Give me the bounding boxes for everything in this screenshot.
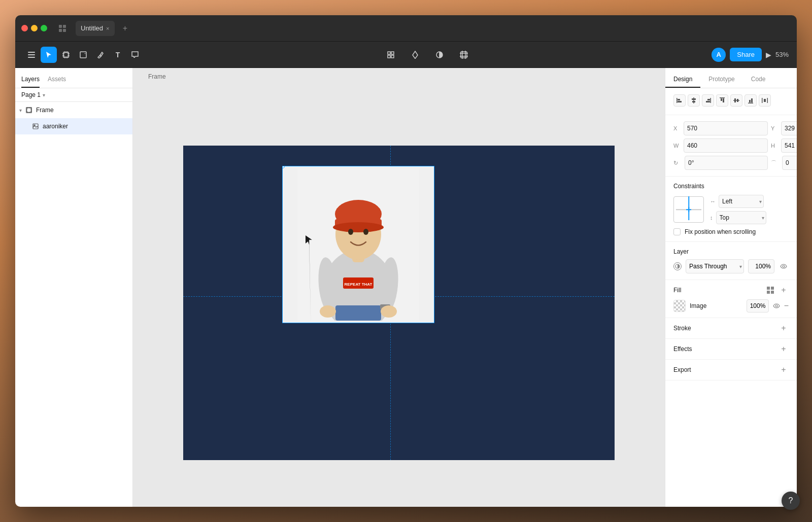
- image-layer-icon: [31, 122, 40, 130]
- fill-title: Fill: [673, 287, 681, 294]
- contrast-button[interactable]: [431, 47, 448, 63]
- handle-tr[interactable]: [434, 166, 434, 168]
- traffic-lights: [21, 25, 47, 31]
- blend-mode-dropdown[interactable]: Pass Through Normal Multiply Screen Over…: [686, 259, 744, 273]
- fill-swatch[interactable]: [673, 300, 686, 312]
- play-button[interactable]: ▶: [766, 51, 771, 59]
- person-illustration: REPEAT THAT: [297, 168, 419, 321]
- distribute-h-button[interactable]: [759, 94, 771, 107]
- opacity-input[interactable]: [748, 259, 774, 273]
- svg-rect-51: [335, 305, 381, 321]
- prototype-tab[interactable]: Prototype: [700, 76, 742, 88]
- panel-tabs: Design Prototype Code: [665, 68, 797, 88]
- close-button[interactable]: [21, 25, 28, 31]
- shape-tool-button[interactable]: [75, 47, 91, 63]
- h-input[interactable]: [781, 138, 797, 153]
- stroke-add-button[interactable]: +: [779, 323, 789, 333]
- export-title: Export: [673, 366, 691, 373]
- active-tab[interactable]: Untitled ×: [76, 21, 115, 36]
- h-label: H: [771, 143, 779, 149]
- stroke-title: Stroke: [673, 325, 691, 332]
- layer-eye-icon[interactable]: 👁: [118, 122, 126, 130]
- text-tool-button[interactable]: T: [110, 47, 126, 63]
- components-button[interactable]: [383, 47, 399, 63]
- layer-aaroniker[interactable]: aaroniker 🔒 👁: [15, 118, 132, 134]
- fill-remove-button[interactable]: −: [784, 302, 789, 310]
- svg-rect-17: [388, 52, 390, 54]
- comment-tool-button[interactable]: [127, 47, 143, 63]
- svg-rect-6: [28, 57, 35, 58]
- vertical-dropdown[interactable]: Top Bottom Center Top & Bottom Scale: [716, 211, 766, 224]
- titlebar: Untitled × +: [15, 15, 797, 42]
- fill-row: Image −: [673, 299, 789, 312]
- tab-close-icon[interactable]: ×: [106, 25, 109, 31]
- canvas-area[interactable]: Frame: [133, 68, 665, 507]
- svg-rect-57: [678, 101, 682, 102]
- fill-grid-icon[interactable]: [765, 285, 775, 295]
- assets-button[interactable]: [407, 47, 423, 63]
- svg-point-77: [783, 265, 785, 267]
- align-top-button[interactable]: [716, 94, 728, 107]
- align-left-button[interactable]: [673, 94, 686, 107]
- layer-lock-icon[interactable]: 🔒: [108, 122, 116, 130]
- frame-tool-button[interactable]: [58, 47, 74, 63]
- blend-icon: [673, 262, 682, 270]
- layer-visibility-icon[interactable]: [779, 261, 789, 271]
- svg-point-82: [775, 305, 777, 307]
- minimize-button[interactable]: [31, 25, 38, 31]
- rotation-input[interactable]: [685, 156, 768, 170]
- help-button[interactable]: ?: [782, 492, 800, 510]
- right-panel: Design Prototype Code: [665, 68, 797, 507]
- fill-add-button[interactable]: +: [779, 285, 789, 295]
- menu-button[interactable]: [23, 47, 40, 63]
- handle-br[interactable]: [434, 323, 434, 323]
- align-center-h-button[interactable]: [688, 94, 700, 107]
- assets-tab[interactable]: Assets: [48, 76, 66, 88]
- constraints-layout: ↔ Left Right Center Left & Right Scale: [673, 195, 789, 224]
- align-bottom-button[interactable]: [745, 94, 757, 107]
- svg-rect-22: [461, 52, 467, 58]
- corner-input[interactable]: [782, 156, 797, 170]
- svg-rect-7: [63, 52, 69, 57]
- layers-tab[interactable]: Layers: [21, 76, 40, 88]
- export-add-button[interactable]: +: [779, 365, 789, 375]
- constraint-visual: [673, 196, 704, 223]
- layer-frame[interactable]: ▾ Frame: [15, 102, 132, 118]
- share-button[interactable]: Share: [730, 48, 762, 61]
- image-element[interactable]: REPEAT THAT: [282, 166, 434, 323]
- add-tab-button[interactable]: +: [119, 22, 132, 35]
- y-input[interactable]: [781, 121, 797, 135]
- x-input[interactable]: [684, 121, 768, 135]
- fix-position-checkbox[interactable]: [673, 228, 681, 235]
- svg-rect-58: [693, 97, 694, 103]
- fill-opacity-input[interactable]: [747, 299, 769, 312]
- user-avatar: A: [712, 48, 726, 62]
- horizontal-dropdown[interactable]: Left Right Center Left & Right Scale: [719, 195, 764, 208]
- maximize-button[interactable]: [41, 25, 47, 31]
- pen-tool-button[interactable]: [92, 47, 109, 63]
- effects-add-button[interactable]: +: [779, 344, 789, 354]
- transform-grid: X Y W H ⛓: [673, 121, 789, 170]
- center-tools: [145, 47, 709, 63]
- w-input[interactable]: [684, 138, 768, 153]
- code-tab[interactable]: Code: [743, 76, 774, 88]
- design-tab[interactable]: Design: [665, 76, 700, 88]
- zoom-control[interactable]: 53%: [775, 51, 789, 58]
- svg-rect-55: [676, 98, 678, 103]
- page-selector[interactable]: Page 1 ▾: [15, 88, 132, 102]
- svg-rect-56: [678, 99, 680, 100]
- effects-section: Effects +: [665, 339, 797, 360]
- align-middle-button[interactable]: [730, 94, 742, 107]
- handle-tl[interactable]: [282, 166, 285, 168]
- rotation-label: ↻: [673, 160, 683, 166]
- align-row: [673, 94, 789, 107]
- select-tool-button[interactable]: [41, 47, 57, 63]
- svg-rect-70: [748, 103, 753, 104]
- align-right-button[interactable]: [702, 94, 714, 107]
- svg-rect-3: [63, 29, 66, 32]
- svg-point-46: [333, 222, 384, 232]
- cv-cross: [686, 207, 691, 212]
- handle-bl[interactable]: [282, 323, 285, 323]
- crop-button[interactable]: [456, 47, 472, 63]
- fill-visibility-icon[interactable]: [773, 302, 780, 310]
